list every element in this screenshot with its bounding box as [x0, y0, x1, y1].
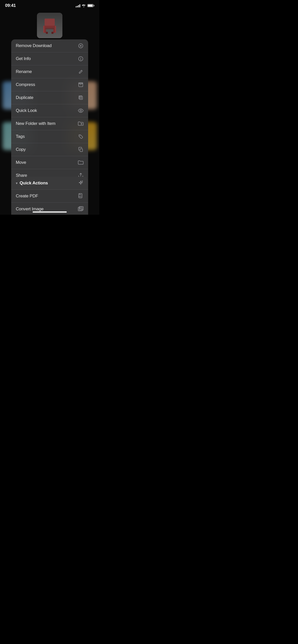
svg-rect-8 [51, 32, 53, 34]
status-bar: 09:41 [0, 0, 99, 11]
archive-icon [78, 82, 84, 87]
svg-rect-6 [55, 26, 56, 33]
copy-icon [78, 147, 84, 152]
menu-item-rename[interactable]: Rename [11, 65, 88, 78]
chevron-down-icon: ▾ [16, 181, 18, 185]
svg-rect-13 [79, 83, 83, 84]
menu-item-get-info[interactable]: Get Info [11, 52, 88, 65]
menu-item-convert-image[interactable]: Convert Image [11, 203, 88, 215]
circle-x-icon [78, 43, 84, 49]
info-icon [78, 56, 84, 62]
svg-point-15 [80, 110, 82, 111]
status-time: 09:41 [5, 3, 16, 8]
sparkle-icon [78, 180, 84, 186]
svg-point-11 [80, 58, 81, 58]
home-indicator [33, 211, 67, 213]
quick-actions-header[interactable]: ▾ Quick Actions [11, 177, 88, 190]
wifi-icon [82, 4, 86, 7]
pencil-icon [78, 69, 84, 75]
context-menu: Remove Download Get Info Rename [11, 39, 88, 182]
svg-rect-4 [45, 28, 54, 29]
signal-icon [76, 4, 80, 7]
svg-rect-1 [43, 26, 56, 28]
menu-item-copy[interactable]: Copy [11, 143, 88, 156]
svg-rect-5 [43, 26, 44, 33]
menu-item-quick-look[interactable]: Quick Look [11, 104, 88, 117]
folder-plus-icon [78, 121, 84, 126]
menu-item-create-pdf[interactable]: Create PDF PDF [11, 190, 88, 203]
svg-rect-17 [80, 149, 83, 152]
svg-rect-7 [46, 32, 48, 34]
menu-item-duplicate[interactable]: Duplicate [11, 91, 88, 104]
svg-point-16 [80, 136, 80, 136]
menu-item-remove-download[interactable]: Remove Download [11, 39, 88, 52]
duplicate-icon [78, 95, 84, 100]
quick-actions-menu: ▾ Quick Actions Create PDF PDF Convert I… [11, 177, 88, 215]
battery-icon [87, 4, 94, 7]
tag-icon [78, 134, 84, 139]
photos-icon [78, 206, 84, 212]
svg-point-22 [80, 208, 80, 208]
status-icons [76, 4, 94, 7]
svg-text:PDF: PDF [79, 196, 82, 197]
pdf-icon: PDF [78, 193, 84, 199]
menu-item-move[interactable]: Move [11, 156, 88, 169]
menu-item-tags[interactable]: Tags [11, 130, 88, 143]
menu-item-new-folder[interactable]: New Folder with Item [11, 117, 88, 130]
file-thumbnail [37, 13, 62, 38]
svg-rect-12 [79, 83, 83, 87]
eye-icon [78, 108, 84, 113]
folder-icon [78, 160, 84, 165]
svg-rect-0 [45, 19, 55, 26]
menu-item-compress[interactable]: Compress [11, 78, 88, 91]
